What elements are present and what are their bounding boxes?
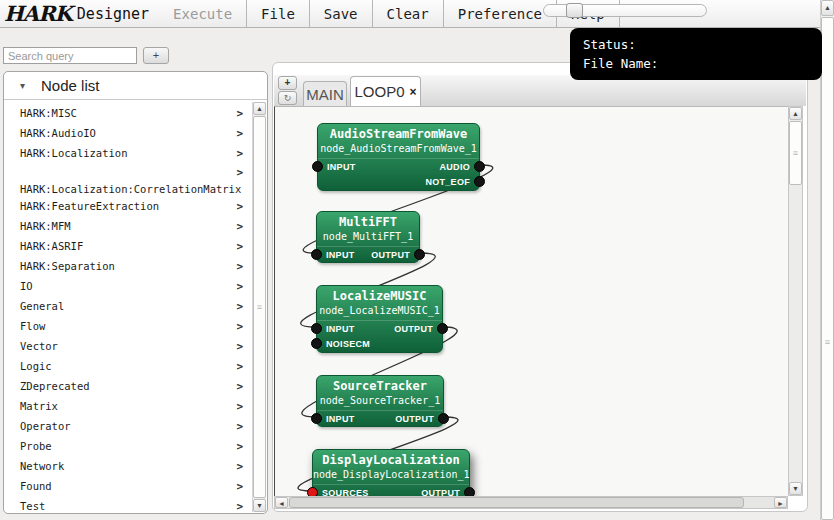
list-item-label[interactable]: HARK:Localization:CorrelationMatrix: [4, 181, 252, 196]
scrollbar-thumb[interactable]: ≡: [821, 17, 834, 520]
scroll-left-button[interactable]: ◄: [275, 497, 288, 508]
scrollbar-grip-icon: ≡: [790, 149, 801, 157]
node-list-panel: ▾ Node list HARK:MISC>HARK:AudioIO>HARK:…: [3, 71, 268, 514]
list-item-label: HARK:ASRIF: [20, 240, 83, 252]
chevron-right-icon: >: [236, 360, 243, 373]
list-item[interactable]: IO>: [4, 276, 252, 296]
list-item[interactable]: >: [4, 163, 252, 181]
list-item[interactable]: Flow>: [4, 316, 252, 336]
port-label: INPUT: [326, 414, 355, 424]
scroll-up-button[interactable]: ▲: [789, 107, 802, 120]
list-item-label: General: [20, 300, 64, 312]
add-sheet-button[interactable]: +: [278, 76, 297, 90]
list-item[interactable]: Probe>: [4, 436, 252, 456]
chevron-right-icon: >: [236, 240, 243, 253]
scroll-down-button[interactable]: ▼: [789, 482, 802, 495]
list-item[interactable]: HARK:Separation>: [4, 256, 252, 276]
chevron-right-icon: >: [236, 480, 243, 493]
list-item[interactable]: Matrix>: [4, 396, 252, 416]
list-item-label: Found: [20, 480, 52, 492]
port-noisecm[interactable]: [311, 338, 322, 349]
reload-sheet-icon[interactable]: ↻: [278, 91, 297, 105]
port-input[interactable]: [311, 413, 322, 424]
port-label: NOISECM: [326, 339, 370, 349]
port-output[interactable]: [464, 487, 475, 496]
page-scrollbar[interactable]: ▲ ≡: [820, 0, 834, 520]
list-item[interactable]: HARK:ASRIF>: [4, 236, 252, 256]
port-not_eof[interactable]: [474, 176, 485, 187]
list-item[interactable]: HARK:AudioIO>: [4, 123, 252, 143]
port-row: NOT_EOF: [318, 174, 479, 190]
port-input[interactable]: [311, 323, 322, 334]
node-list-header[interactable]: ▾ Node list: [4, 72, 267, 100]
status-label: Status:: [583, 37, 809, 52]
list-item[interactable]: General>: [4, 296, 252, 316]
chevron-right-icon: >: [236, 260, 243, 273]
file-name-label: File Name:: [583, 56, 809, 71]
list-item-label: HARK:Localization: [20, 147, 127, 159]
node-displaylocalization[interactable]: DisplayLocalizationnode_DisplayLocalizat…: [312, 449, 470, 496]
list-item[interactable]: HARK:MISC>: [4, 103, 252, 123]
port-output[interactable]: [414, 249, 425, 260]
scrollbar-thumb[interactable]: [289, 497, 744, 508]
list-item[interactable]: HARK:MFM>: [4, 216, 252, 236]
patch-canvas[interactable]: AudioStreamFromWavenode_AudioStreamFromW…: [274, 106, 788, 496]
list-item-label: Operator: [20, 420, 71, 432]
list-item-label: Flow: [20, 320, 45, 332]
canvas-hscrollbar[interactable]: ◄ ►: [274, 496, 788, 509]
port-row: INPUTOUTPUT: [317, 410, 443, 426]
list-item[interactable]: HARK:FeatureExtraction>: [4, 196, 252, 216]
canvas-vscrollbar[interactable]: ▲ ≡ ▼: [788, 106, 803, 496]
node-subtitle: node_AudioStreamFromWave_1: [318, 143, 479, 158]
scroll-right-button[interactable]: ►: [774, 497, 787, 508]
port-row: SOURCESOUTPUT: [313, 484, 469, 496]
node-subtitle: node_DisplayLocalization_1: [313, 469, 469, 484]
list-item[interactable]: Found>: [4, 476, 252, 496]
list-item[interactable]: Logic>: [4, 356, 252, 376]
port-sources[interactable]: [307, 487, 318, 496]
zoom-slider[interactable]: [543, 4, 707, 17]
chevron-right-icon: >: [236, 107, 243, 120]
menu-save-button[interactable]: Save: [309, 0, 372, 27]
scroll-up-button[interactable]: ▲: [821, 0, 834, 16]
node-list-scrollbar[interactable]: ▲ ≡ ▼: [252, 102, 266, 512]
chevron-right-icon: >: [236, 147, 243, 160]
port-row: INPUTOUTPUT: [317, 246, 419, 262]
port-audio[interactable]: [474, 161, 485, 172]
zoom-slider-handle[interactable]: [566, 3, 583, 18]
port-input[interactable]: [312, 161, 323, 172]
chevron-right-icon: >: [236, 440, 243, 453]
port-label: NOT_EOF: [425, 177, 470, 187]
search-input[interactable]: [3, 47, 137, 64]
list-item[interactable]: Test>: [4, 496, 252, 512]
scrollbar-thumb[interactable]: ≡: [253, 116, 266, 498]
scroll-down-button[interactable]: ▼: [253, 499, 266, 512]
scroll-up-button[interactable]: ▲: [253, 102, 266, 115]
patch-editor-panel: + ↻ MAINLOOP0× AudioStreamFromWavenode_A…: [272, 62, 808, 512]
tab-loop0[interactable]: LOOP0×: [350, 76, 421, 106]
scrollbar-thumb[interactable]: ≡: [789, 121, 802, 185]
tab-close-icon[interactable]: ×: [410, 85, 417, 99]
list-item[interactable]: HARK:Localization>: [4, 143, 252, 163]
menu-file-button[interactable]: File: [246, 0, 309, 27]
node-localizemusic[interactable]: LocalizeMUSICnode_LocalizeMUSIC_1INPUTOU…: [316, 285, 443, 353]
port-output[interactable]: [438, 413, 449, 424]
port-output[interactable]: [437, 323, 448, 334]
list-item[interactable]: Operator>: [4, 416, 252, 436]
port-input[interactable]: [311, 249, 322, 260]
node-sourcetracker[interactable]: SourceTrackernode_SourceTracker_1INPUTOU…: [316, 375, 444, 427]
chevron-right-icon: >: [236, 280, 243, 293]
add-node-button[interactable]: +: [143, 47, 169, 64]
node-audiostreamfromwave[interactable]: AudioStreamFromWavenode_AudioStreamFromW…: [317, 123, 480, 191]
list-item[interactable]: Vector>: [4, 336, 252, 356]
menu-preference-button[interactable]: Preference: [443, 0, 556, 27]
list-item[interactable]: Network>: [4, 456, 252, 476]
port-label: INPUT: [326, 324, 355, 334]
tab-main[interactable]: MAIN: [303, 81, 347, 106]
menu-execute-button[interactable]: Execute: [159, 0, 246, 27]
menu-clear-button[interactable]: Clear: [372, 0, 443, 27]
node-multifft[interactable]: MultiFFTnode_MultiFFT_1INPUTOUTPUT: [316, 211, 420, 263]
list-item-label: Vector: [20, 340, 58, 352]
tab-label: LOOP0: [354, 83, 404, 100]
list-item[interactable]: ZDeprecated>: [4, 376, 252, 396]
